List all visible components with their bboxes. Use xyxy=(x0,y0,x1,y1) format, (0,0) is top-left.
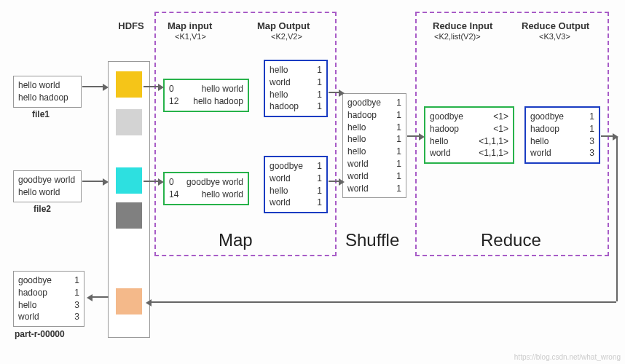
arrow-mapout1-shuffle xyxy=(329,92,339,93)
map-input-label: Map input xyxy=(168,20,212,31)
mi1-r0: 0hello world xyxy=(169,83,243,95)
sh-r1: hadoop1 xyxy=(347,109,401,122)
ri-r2: hello<1,1,1> xyxy=(430,135,508,148)
ro-r1: hadoop1 xyxy=(530,123,594,135)
hdfs-block-3 xyxy=(116,167,142,194)
shuffle-stage-label: Shuffle xyxy=(345,230,399,250)
out-r0: goodbye1 xyxy=(18,274,79,287)
hdfs-block-2 xyxy=(116,109,142,135)
map-output-sub: <K2,V2> xyxy=(271,32,302,41)
reduce-input-sub: <K2,list(V2)> xyxy=(434,32,481,41)
arrow-file1-hdfs xyxy=(82,86,103,87)
ri-r1: hadoop<1> xyxy=(430,123,508,135)
arrow-reduce-out xyxy=(601,135,613,137)
mi1-r1: 12hello hadoop xyxy=(169,95,243,108)
hdfs-label: HDFS xyxy=(113,20,149,31)
map-output-label: Map Output xyxy=(257,20,310,31)
map-input1-box: 0hello world 12hello hadoop xyxy=(163,79,249,112)
mi2-r1: 14hello world xyxy=(169,189,243,201)
arrow-hdfs-map1 xyxy=(144,86,158,87)
map-stage-label: Map xyxy=(219,230,253,250)
sh-r6: world1 xyxy=(347,170,401,183)
file2-box: goodbye world hello world xyxy=(13,170,82,202)
mo1-r0: hello1 xyxy=(270,64,322,76)
reduce-input-box: goodbye<1> hadoop<1> hello<1,1,1> world<… xyxy=(424,106,514,164)
ri-r0: goodbye<1> xyxy=(430,111,508,123)
hdfs-block-5 xyxy=(116,288,142,314)
feedback-line-v xyxy=(616,137,618,301)
mo2-r0: goodbye1 xyxy=(270,160,322,173)
output-file-box: goodbye1 hadoop1 hello3 world3 xyxy=(13,271,84,327)
file1-line2: hello hadoop xyxy=(18,92,76,104)
reduce-stage-label: Reduce xyxy=(481,230,541,250)
ro-r0: goodbye1 xyxy=(530,111,594,123)
arrow-hdfs-map2 xyxy=(144,181,158,182)
map-stage-container xyxy=(154,12,337,256)
mi2-r0: 0goodbye world xyxy=(169,176,243,189)
watermark-text: https://blog.csdn.net/what_wrong xyxy=(514,353,621,361)
sh-r2: hello1 xyxy=(347,122,401,134)
mo1-r3: hadoop1 xyxy=(270,100,322,113)
arrow-hdfs-output xyxy=(93,296,109,298)
mo1-r2: hello1 xyxy=(270,89,322,101)
hdfs-block-4 xyxy=(116,202,142,229)
file1-box: hello world hello hadoop xyxy=(13,76,82,108)
file2-label: file2 xyxy=(34,204,51,214)
sh-r7: world1 xyxy=(347,183,401,195)
mo2-r1: world1 xyxy=(270,173,322,185)
output-file-label: part-r-00000 xyxy=(15,329,65,339)
out-r1: hadoop1 xyxy=(18,287,79,299)
sh-r4: hello1 xyxy=(347,146,401,158)
arrow-shuffle-reduce xyxy=(407,135,419,137)
ro-r3: world3 xyxy=(530,147,594,159)
sh-r5: world1 xyxy=(347,158,401,170)
out-r3: world3 xyxy=(18,311,79,323)
map-output2-box: goodbye1 world1 hello1 world1 xyxy=(264,156,328,213)
file1-label: file1 xyxy=(32,109,50,119)
file1-line1: hello world xyxy=(18,79,76,92)
mo1-r1: world1 xyxy=(270,76,322,89)
shuffle-box: goodbye1 hadoop1 hello1 hello1 hello1 wo… xyxy=(342,93,406,198)
feedback-line-h xyxy=(152,301,616,303)
mo2-r2: hello1 xyxy=(270,185,322,197)
map-input-sub: <K1,V1> xyxy=(175,32,206,41)
sh-r0: goodbye1 xyxy=(347,97,401,109)
reduce-input-label: Reduce Input xyxy=(433,20,492,31)
ri-r3: world<1,1,1> xyxy=(430,147,508,159)
map-input2-box: 0goodbye world 14hello world xyxy=(163,172,249,205)
reduce-output-sub: <K3,V3> xyxy=(539,32,570,41)
file2-line2: hello world xyxy=(18,186,76,199)
ro-r2: hello3 xyxy=(530,135,594,148)
file2-line1: goodbye world xyxy=(18,174,76,186)
arrow-file2-hdfs xyxy=(82,181,103,182)
hdfs-block-1 xyxy=(116,71,142,98)
sh-r3: hello1 xyxy=(347,133,401,146)
reduce-output-box: goodbye1 hadoop1 hello3 world3 xyxy=(524,106,600,164)
mo2-r3: world1 xyxy=(270,197,322,209)
map-output1-box: hello1 world1 hello1 hadoop1 xyxy=(264,60,328,117)
reduce-output-label: Reduce Output xyxy=(522,20,589,31)
arrow-mapout2-shuffle xyxy=(329,181,339,182)
out-r2: hello3 xyxy=(18,299,79,312)
